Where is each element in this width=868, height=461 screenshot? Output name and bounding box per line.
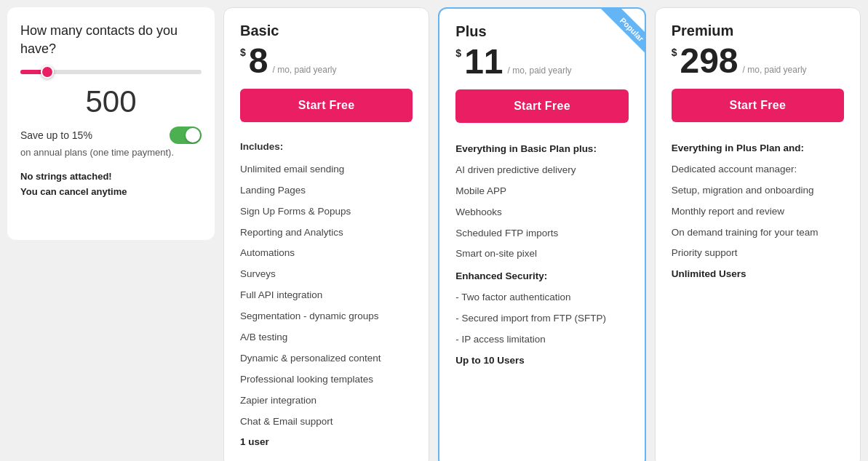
price-row: $ 298 / mo, paid yearly (672, 44, 844, 79)
feature-item: Dedicated account manager: (672, 159, 844, 180)
start-free-button[interactable]: Start Free (455, 89, 628, 123)
feature-item: Unlimited email sending (240, 159, 413, 180)
feature-item: Scheduled FTP imports (455, 223, 628, 244)
plan-name: Basic (240, 23, 413, 39)
feature-item: Segmentation - dynamic groups (240, 306, 413, 327)
features-list: Includes:Unlimited email sendingLanding … (240, 137, 413, 453)
price-row: $ 11 / mo, paid yearly (455, 44, 628, 79)
feature-item: Everything in Plus Plan and: (672, 138, 844, 159)
slider-value: 500 (20, 84, 202, 119)
plan-card-premium: Premium $ 298 / mo, paid yearly Start Fr… (655, 7, 861, 461)
save-label: Save up to 15% (20, 129, 92, 141)
feature-item: Surveys (240, 264, 413, 285)
slider-track[interactable] (20, 70, 202, 74)
pricing-cards: Basic $ 8 / mo, paid yearly Start Free I… (223, 7, 861, 461)
feature-item: Zapier integration (240, 390, 413, 412)
feature-item: Dynamic & personalized content (240, 348, 413, 369)
feature-item: Mobile APP (455, 181, 628, 202)
contact-question: How many contacts do you have? (20, 22, 202, 58)
feature-item: Webhooks (455, 202, 628, 223)
price-amount: 11 (464, 44, 503, 79)
annual-toggle[interactable] (170, 127, 202, 144)
feature-item: AI driven predictive delivery (455, 160, 628, 181)
price-dollar: $ (455, 47, 461, 59)
feature-item: Landing Pages (240, 180, 413, 201)
feature-item: Up to 10 Users (455, 350, 628, 372)
feature-item: - IP access limitation (455, 329, 628, 350)
plan-card-basic: Basic $ 8 / mo, paid yearly Start Free I… (223, 7, 429, 461)
price-dollar: $ (240, 47, 246, 58)
no-strings-text: No strings attached! You can cancel anyt… (20, 169, 202, 200)
price-period: / mo, paid yearly (273, 65, 337, 75)
feature-item: On demand training for your team (672, 223, 844, 244)
feature-item: Everything in Basic Plan plus: (455, 139, 628, 160)
feature-item: Chat & Email support (240, 412, 413, 433)
start-free-button[interactable]: Start Free (672, 89, 844, 122)
feature-item: - Secured import from FTP (SFTP) (455, 308, 628, 329)
save-toggle-row: Save up to 15% (20, 127, 202, 144)
plan-name: Premium (672, 23, 844, 39)
feature-item: Full API integration (240, 285, 413, 306)
feature-item: Enhanced Security: (455, 266, 628, 287)
price-amount: 298 (680, 44, 738, 79)
features-list: Everything in Plus Plan and:Dedicated ac… (672, 138, 844, 285)
price-dollar: $ (672, 47, 677, 58)
features-list: Everything in Basic Plan plus:AI driven … (455, 139, 628, 372)
toggle-knob (186, 128, 200, 143)
price-amount: 8 (249, 44, 268, 79)
feature-item: Priority support (672, 243, 844, 264)
annual-text: on annual plans (one time payment). (20, 147, 202, 158)
contact-selector-panel: How many contacts do you have? 500 Save … (7, 7, 215, 240)
feature-item: Automations (240, 243, 413, 264)
start-free-button[interactable]: Start Free (240, 89, 413, 122)
feature-item: - Two factor authentication (455, 287, 628, 308)
feature-item: Professional looking templates (240, 369, 413, 390)
feature-item: Setup, migration and onboarding (672, 180, 844, 201)
feature-item: Includes: (240, 137, 413, 158)
price-row: $ 8 / mo, paid yearly (240, 44, 413, 79)
feature-item: A/B testing (240, 327, 413, 348)
feature-item: Smart on-site pixel (455, 244, 628, 265)
plan-card-plus: Popular Plus $ 11 / mo, paid yearly Star… (438, 7, 645, 461)
feature-item: Reporting and Analytics (240, 223, 413, 244)
feature-item: Unlimited Users (672, 264, 844, 285)
pricing-page: How many contacts do you have? 500 Save … (7, 7, 861, 461)
slider-thumb[interactable] (41, 65, 54, 79)
price-period: / mo, paid yearly (743, 65, 807, 75)
feature-item: 1 user (240, 432, 413, 453)
feature-item: Monthly report and review (672, 201, 844, 223)
feature-item: Sign Up Forms & Popups (240, 201, 413, 223)
price-period: / mo, paid yearly (508, 65, 572, 76)
plan-name: Plus (455, 23, 628, 40)
